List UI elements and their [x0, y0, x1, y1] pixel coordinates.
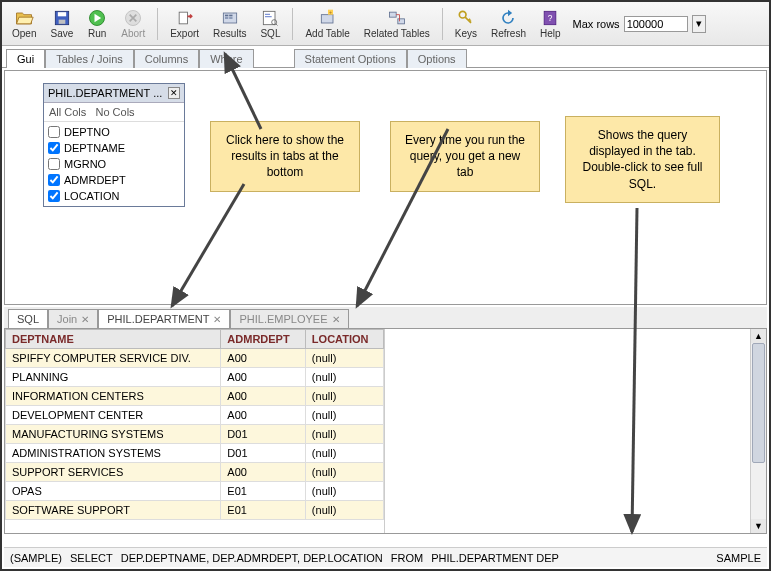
svg-rect-12 — [265, 14, 270, 15]
table-row[interactable]: DEVELOPMENT CENTERA00(null) — [6, 406, 384, 425]
checkbox[interactable] — [48, 174, 60, 186]
svg-rect-18 — [389, 12, 396, 17]
main-toolbar: Open Save Run Abort Export Results SQL +… — [2, 2, 769, 46]
table-row[interactable]: MANUFACTURING SYSTEMSD01(null) — [6, 425, 384, 444]
table-box-col-buttons: All Cols No Cols — [44, 103, 184, 122]
related-tables-button[interactable]: Related Tables — [358, 5, 436, 42]
column-checkbox[interactable]: DEPTNAME — [48, 140, 180, 156]
column-header[interactable]: ADMRDEPT — [221, 330, 306, 349]
result-tabs: SQL Join✕ PHIL.DEPARTMENT✕ PHIL.EMPLOYEE… — [4, 307, 767, 329]
results-button[interactable]: Results — [207, 5, 252, 42]
scroll-down-icon[interactable]: ▼ — [751, 519, 766, 533]
keys-button[interactable]: Keys — [449, 5, 483, 42]
svg-rect-2 — [59, 20, 66, 24]
svg-rect-15 — [321, 15, 333, 23]
sql-button[interactable]: SQL — [254, 5, 286, 42]
tab-tables-joins[interactable]: Tables / Joins — [45, 49, 134, 68]
column-name: ADMRDEPT — [64, 174, 126, 186]
status-db: SAMPLE — [716, 552, 761, 564]
callout-tab: Shows the query displayed in the tab. Do… — [565, 116, 720, 203]
close-icon[interactable]: ✕ — [168, 87, 180, 99]
column-checkbox[interactable]: DEPTNO — [48, 124, 180, 140]
tab-columns[interactable]: Columns — [134, 49, 199, 68]
vertical-scrollbar[interactable]: ▲ ▼ — [750, 329, 766, 533]
column-name: DEPTNO — [64, 126, 110, 138]
svg-rect-8 — [229, 15, 232, 17]
svg-text:?: ? — [548, 13, 553, 23]
svg-rect-19 — [398, 19, 405, 24]
svg-rect-13 — [265, 16, 272, 17]
refresh-button[interactable]: Refresh — [485, 5, 532, 42]
column-name: LOCATION — [64, 190, 119, 202]
max-rows-input[interactable] — [624, 16, 688, 32]
column-checkbox[interactable]: LOCATION — [48, 188, 180, 204]
table-row[interactable]: ADMINISTRATION SYSTEMSD01(null) — [6, 444, 384, 463]
callout-run: Every time you run the query, you get a … — [390, 121, 540, 192]
scroll-up-icon[interactable]: ▲ — [751, 329, 766, 343]
tab-options[interactable]: Options — [407, 49, 467, 68]
table-box-columns: DEPTNODEPTNAMEMGRNOADMRDEPTLOCATION — [44, 122, 184, 206]
max-rows-dropdown[interactable]: ▾ — [692, 15, 706, 33]
svg-rect-1 — [58, 12, 66, 16]
checkbox[interactable] — [48, 158, 60, 170]
status-sql: (SAMPLE) SELECT DEP.DEPTNAME, DEP.ADMRDE… — [10, 552, 559, 564]
result-tab-sql[interactable]: SQL — [8, 309, 48, 328]
column-checkbox[interactable]: ADMRDEPT — [48, 172, 180, 188]
table-box-header[interactable]: PHIL.DEPARTMENT ... ✕ — [44, 84, 184, 103]
add-table-button[interactable]: +Add Table — [299, 5, 355, 42]
max-rows-label: Max rows — [573, 18, 620, 30]
result-table: DEPTNAMEADMRDEPTLOCATIONSPIFFY COMPUTER … — [5, 329, 385, 533]
result-area: DEPTNAMEADMRDEPTLOCATIONSPIFFY COMPUTER … — [4, 329, 767, 534]
svg-rect-7 — [225, 15, 228, 17]
tab-statement-options[interactable]: Statement Options — [294, 49, 407, 68]
result-tab-department[interactable]: PHIL.DEPARTMENT✕ — [98, 309, 230, 328]
tab-where[interactable]: Where — [199, 49, 253, 68]
column-header[interactable]: LOCATION — [305, 330, 383, 349]
column-checkbox[interactable]: MGRNO — [48, 156, 180, 172]
svg-rect-5 — [179, 12, 187, 24]
checkbox[interactable] — [48, 142, 60, 154]
no-cols-button[interactable]: No Cols — [95, 106, 134, 118]
help-button[interactable]: ?Help — [534, 5, 567, 42]
table-row[interactable]: SPIFFY COMPUTER SERVICE DIV.A00(null) — [6, 349, 384, 368]
svg-rect-11 — [264, 11, 276, 24]
svg-point-20 — [459, 11, 466, 18]
query-builder-tabs: Gui Tables / Joins Columns Where Stateme… — [2, 46, 769, 68]
svg-rect-9 — [225, 17, 228, 19]
close-icon[interactable]: ✕ — [332, 314, 340, 325]
column-header[interactable]: DEPTNAME — [6, 330, 221, 349]
abort-button: Abort — [115, 5, 151, 42]
table-row[interactable]: SUPPORT SERVICESA00(null) — [6, 463, 384, 482]
run-button[interactable]: Run — [81, 5, 113, 42]
svg-rect-10 — [229, 17, 232, 19]
svg-text:+: + — [329, 9, 332, 15]
save-button[interactable]: Save — [44, 5, 79, 42]
tab-gui[interactable]: Gui — [6, 49, 45, 68]
table-box-title: PHIL.DEPARTMENT ... — [48, 87, 162, 99]
table-row[interactable]: SOFTWARE SUPPORTE01(null) — [6, 501, 384, 520]
scroll-thumb[interactable] — [752, 343, 765, 463]
query-canvas: PHIL.DEPARTMENT ... ✕ All Cols No Cols D… — [4, 70, 767, 305]
result-tab-employee[interactable]: PHIL.EMPLOYEE✕ — [230, 309, 348, 328]
table-row[interactable]: OPASE01(null) — [6, 482, 384, 501]
callout-results: Click here to show the results in tabs a… — [210, 121, 360, 192]
table-box-department[interactable]: PHIL.DEPARTMENT ... ✕ All Cols No Cols D… — [43, 83, 185, 207]
export-button[interactable]: Export — [164, 5, 205, 42]
column-name: MGRNO — [64, 158, 106, 170]
close-icon[interactable]: ✕ — [213, 314, 221, 325]
close-icon[interactable]: ✕ — [81, 314, 89, 325]
checkbox[interactable] — [48, 190, 60, 202]
all-cols-button[interactable]: All Cols — [49, 106, 86, 118]
result-blank-area: ▲ ▼ — [385, 329, 766, 533]
open-button[interactable]: Open — [6, 5, 42, 42]
column-name: DEPTNAME — [64, 142, 125, 154]
checkbox[interactable] — [48, 126, 60, 138]
max-rows-control: Max rows ▾ — [573, 15, 706, 33]
status-bar: (SAMPLE) SELECT DEP.DEPTNAME, DEP.ADMRDE… — [4, 547, 767, 567]
table-row[interactable]: PLANNINGA00(null) — [6, 368, 384, 387]
table-row[interactable]: INFORMATION CENTERSA00(null) — [6, 387, 384, 406]
result-tab-join[interactable]: Join✕ — [48, 309, 98, 328]
